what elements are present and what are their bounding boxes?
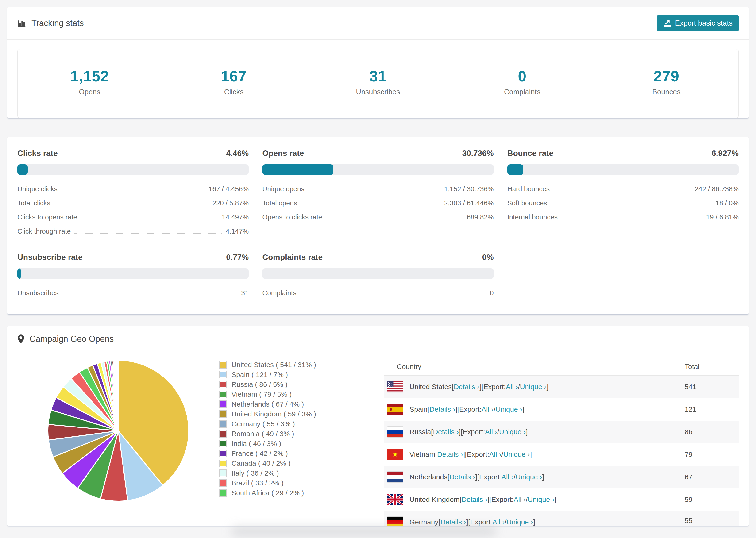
geo-opens-title-text: Campaign Geo Opens bbox=[29, 334, 114, 344]
country-name: Russia bbox=[409, 428, 431, 436]
country-name: Spain bbox=[409, 405, 428, 413]
dotted-leader bbox=[551, 205, 712, 205]
dotted-leader bbox=[561, 219, 702, 219]
legend-item: Romania ( 49 / 3% ) bbox=[219, 429, 384, 439]
nl-export-unique-link[interactable]: Unique › bbox=[515, 473, 542, 481]
ru-details-link[interactable]: Details › bbox=[433, 428, 459, 436]
bottom-scroll-shadow bbox=[231, 527, 497, 536]
opens-rate-value: 30.736% bbox=[462, 149, 494, 158]
geo-table-row-gb: United Kingdom [Details ›] [Export: All … bbox=[384, 488, 739, 511]
rates-card: Clicks rate4.46%Unique clicks167 / 4.456… bbox=[7, 137, 749, 314]
legend-label: United States ( 541 / 31% ) bbox=[232, 361, 316, 369]
stat-label: Complaints bbox=[450, 88, 594, 96]
unsubscribe-rate-progress-fill bbox=[17, 268, 21, 279]
total-cell: 67 bbox=[685, 473, 739, 481]
bracket: / bbox=[494, 405, 496, 413]
total-cell: 55 bbox=[685, 511, 739, 525]
bracket: [ bbox=[435, 451, 437, 458]
country-column-header: Country bbox=[384, 363, 685, 371]
legend-label: Italy ( 36 / 2% ) bbox=[232, 469, 279, 477]
stat-value: 167 bbox=[162, 68, 306, 85]
vn-export-all-link[interactable]: All › bbox=[489, 451, 502, 458]
rate-row-label: Opens to clicks rate bbox=[262, 213, 322, 221]
rate-row-value: 19 / 6.81% bbox=[706, 213, 739, 221]
complaints-rate-title: Complaints rate bbox=[262, 252, 323, 262]
bracket: ] bbox=[455, 405, 457, 413]
opens-rate-title: Opens rate bbox=[262, 149, 304, 158]
geo-table-row-ru: Russia [Details ›] [Export: All › / Uniq… bbox=[384, 421, 739, 443]
es-details-link[interactable]: Details › bbox=[429, 405, 455, 413]
total-cell: 79 bbox=[685, 451, 739, 458]
rate-row-label: Unique clicks bbox=[17, 185, 58, 193]
total-cell: 86 bbox=[685, 428, 739, 436]
dotted-leader bbox=[308, 191, 440, 191]
legend-swatch bbox=[219, 469, 227, 477]
geo-opens-title: Campaign Geo Opens bbox=[17, 334, 114, 344]
stat-value: 31 bbox=[306, 68, 450, 85]
bracket: [ bbox=[428, 405, 429, 413]
rate-row-value: 167 / 4.456% bbox=[208, 185, 249, 193]
country-name: United States bbox=[409, 383, 452, 391]
nl-details-link[interactable]: Details › bbox=[449, 473, 475, 481]
gb-export-unique-link[interactable]: Unique › bbox=[528, 496, 554, 504]
unsubscribe-rate-value: 0.77% bbox=[226, 252, 249, 262]
rate-row-value: 14.497% bbox=[222, 213, 249, 221]
legend-item: Netherlands ( 67 / 4% ) bbox=[219, 399, 384, 409]
de-export-unique-link[interactable]: Unique › bbox=[507, 518, 533, 526]
legend-label: Canada ( 40 / 2% ) bbox=[232, 459, 291, 467]
bracket: ] bbox=[547, 383, 549, 391]
rate-row: Unique clicks167 / 4.456% bbox=[17, 185, 249, 193]
rate-row: Opens to clicks rate689.82% bbox=[262, 213, 494, 221]
rate-row-value: 4.147% bbox=[226, 228, 249, 235]
legend-item: Canada ( 40 / 2% ) bbox=[219, 458, 384, 468]
ru-export-unique-link[interactable]: Unique › bbox=[499, 428, 526, 436]
gb-details-link[interactable]: Details › bbox=[461, 496, 487, 504]
es-export-all-link[interactable]: All › bbox=[482, 405, 494, 413]
vn-export-unique-link[interactable]: Unique › bbox=[503, 451, 530, 458]
es-flag-icon bbox=[387, 404, 403, 415]
tracking-stats-header: Tracking stats Export basic stats bbox=[7, 7, 749, 40]
rate-row-label: Click through rate bbox=[17, 228, 71, 235]
ru-export-all-link[interactable]: All › bbox=[485, 428, 497, 436]
bounce-rate-block: Bounce rate6.927%Hard bounces242 / 86.73… bbox=[507, 149, 739, 235]
rate-row-value: 18 / 0% bbox=[716, 199, 739, 207]
us-export-all-link[interactable]: All › bbox=[506, 383, 518, 391]
geo-table-row-de: Germany [Details ›] [Export: All › / Uni… bbox=[384, 511, 739, 526]
export-basic-stats-button[interactable]: Export basic stats bbox=[657, 15, 739, 31]
legend-label: Germany ( 55 / 3% ) bbox=[232, 420, 295, 428]
geo-legend: United States ( 541 / 31% )Spain ( 121 /… bbox=[219, 360, 384, 498]
legend-item: Germany ( 55 / 3% ) bbox=[219, 419, 384, 429]
us-details-link[interactable]: Details › bbox=[454, 383, 479, 391]
geo-opens-card: Campaign Geo Opens United States ( 541 /… bbox=[7, 326, 749, 526]
stat-label: Bounces bbox=[594, 88, 738, 96]
legend-swatch bbox=[219, 489, 227, 497]
rate-row: Hard bounces242 / 86.738% bbox=[507, 185, 739, 193]
stat-label: Unsubscribes bbox=[306, 88, 450, 96]
legend-label: Russia ( 86 / 5% ) bbox=[232, 381, 287, 389]
legend-item: Russia ( 86 / 5% ) bbox=[219, 380, 384, 389]
export-prefix: [Export: bbox=[482, 383, 506, 391]
total-cell: 541 bbox=[685, 383, 739, 391]
nl-export-all-link[interactable]: All › bbox=[502, 473, 514, 481]
total-cell: 59 bbox=[685, 496, 739, 504]
us-export-unique-link[interactable]: Unique › bbox=[520, 383, 546, 391]
clicks-rate-progress-bar bbox=[17, 164, 249, 175]
export-prefix: [Export: bbox=[465, 451, 489, 458]
dotted-leader bbox=[54, 205, 208, 205]
geo-pie-chart[interactable] bbox=[17, 358, 219, 504]
vn-details-link[interactable]: Details › bbox=[437, 451, 463, 458]
bracket: / bbox=[505, 518, 507, 526]
stat-clicks: 167Clicks bbox=[162, 49, 306, 118]
de-details-link[interactable]: Details › bbox=[441, 518, 466, 526]
es-export-unique-link[interactable]: Unique › bbox=[496, 405, 522, 413]
rate-row-label: Total clicks bbox=[17, 199, 50, 207]
dotted-leader bbox=[63, 295, 237, 295]
bracket: ] bbox=[463, 451, 465, 458]
rate-row: Total clicks220 / 5.87% bbox=[17, 199, 249, 207]
gb-export-all-link[interactable]: All › bbox=[514, 496, 526, 504]
stat-value: 1,152 bbox=[18, 68, 162, 85]
geo-table: Country Total United States [Details ›] … bbox=[384, 358, 739, 526]
de-export-all-link[interactable]: All › bbox=[492, 518, 505, 526]
country-name: Germany bbox=[409, 518, 438, 526]
complaints-rate-progress-bar bbox=[262, 268, 494, 279]
